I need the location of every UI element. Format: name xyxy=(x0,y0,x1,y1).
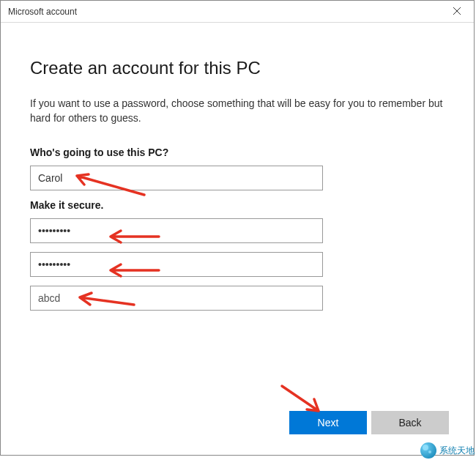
button-row: Next Back xyxy=(289,411,449,434)
back-button[interactable]: Back xyxy=(371,411,449,434)
globe-icon xyxy=(420,442,436,459)
window-title: Microsoft account xyxy=(8,7,77,17)
watermark: 系统天地 xyxy=(420,442,475,459)
instructions-text: If you want to use a password, choose so… xyxy=(30,96,445,126)
close-icon xyxy=(453,7,461,17)
password-input[interactable] xyxy=(30,218,323,243)
next-button[interactable]: Next xyxy=(289,411,367,434)
window-frame: Microsoft account Create an account for … xyxy=(0,0,475,456)
username-input[interactable] xyxy=(30,166,323,190)
password-hint-input[interactable] xyxy=(30,286,323,311)
watermark-text: 系统天地 xyxy=(439,445,475,457)
page-heading: Create an account for this PC xyxy=(30,58,445,78)
secure-label: Make it secure. xyxy=(30,199,445,211)
username-label: Who's going to use this PC? xyxy=(30,146,445,158)
confirm-password-input[interactable] xyxy=(30,252,323,277)
content-area: Create an account for this PC If you wan… xyxy=(1,23,474,311)
close-button[interactable] xyxy=(440,1,474,23)
title-bar: Microsoft account xyxy=(1,1,474,23)
